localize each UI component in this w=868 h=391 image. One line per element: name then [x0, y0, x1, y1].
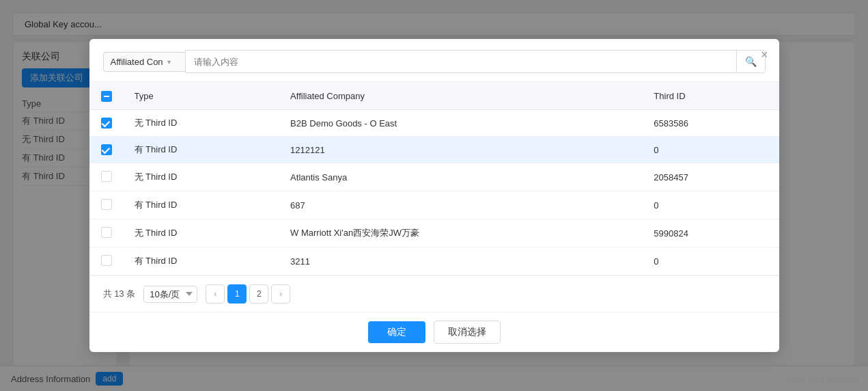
watermark: CSDN @@ 前端小白	[783, 374, 860, 386]
table-row: 无 Third IDB2B Demo Goods - O East6583586	[89, 110, 779, 137]
page-size-select[interactable]: 10条/页 20条/页 50条/页	[143, 286, 197, 303]
col-type: Type	[124, 82, 280, 110]
select-all-checkbox[interactable]	[100, 90, 113, 103]
cell-type: 有 Third ID	[124, 191, 280, 219]
col-affiliated-company: Affiliated Company	[279, 82, 643, 110]
row-checkbox-5[interactable]	[100, 254, 113, 267]
cell-third-id: 0	[643, 137, 779, 163]
cell-type: 无 Third ID	[124, 163, 280, 191]
page-2-button[interactable]: 2	[249, 284, 268, 304]
pagination-bar: 共 13 条 10条/页 20条/页 50条/页 ‹ 1 2 ›	[89, 275, 779, 312]
search-bar: Affiliated Con ▾ 🔍	[89, 39, 779, 82]
table-row: 无 Third IDAtlantis Sanya2058457	[89, 163, 779, 191]
row-checkbox-2[interactable]	[100, 170, 113, 183]
cell-type: 无 Third ID	[124, 110, 280, 137]
cell-affiliated-company: 3211	[279, 247, 643, 275]
cell-affiliated-company: 687	[279, 191, 643, 219]
chevron-down-icon: ▾	[167, 58, 171, 66]
cell-type: 有 Third ID	[124, 247, 280, 275]
row-checkbox-3[interactable]	[100, 198, 113, 211]
table-header-row: Type Affiliated Company Third ID	[89, 82, 779, 110]
search-type-label: Affiliated Con	[111, 57, 163, 67]
close-button[interactable]: ×	[761, 49, 768, 61]
cancel-selection-button[interactable]: 取消选择	[434, 321, 501, 344]
cell-type: 有 Third ID	[124, 137, 280, 163]
cell-third-id: 0	[643, 247, 779, 275]
table-row: 有 Third ID12121210	[89, 137, 779, 163]
modal-overlay: × Affiliated Con ▾ 🔍	[0, 0, 868, 391]
cell-third-id: 0	[643, 191, 779, 219]
row-checkbox-0[interactable]	[100, 117, 113, 129]
table-row: 有 Third ID32110	[89, 247, 779, 275]
table-row: 有 Third ID6870	[89, 191, 779, 219]
cell-affiliated-company: Atlantis Sanya	[279, 163, 643, 191]
page-1-button[interactable]: 1	[227, 284, 247, 304]
row-checkbox-1[interactable]	[100, 144, 113, 156]
table-container: Type Affiliated Company Third ID 无 Third…	[89, 82, 779, 275]
prev-page-button[interactable]: ‹	[206, 284, 225, 304]
action-footer: 确定 取消选择	[89, 312, 779, 352]
cell-third-id: 6583586	[643, 110, 779, 137]
search-icon: 🔍	[745, 56, 757, 67]
cell-affiliated-company: B2B Demo Goods - O East	[279, 110, 643, 137]
search-type-select[interactable]: Affiliated Con ▾	[103, 52, 185, 72]
confirm-button[interactable]: 确定	[368, 321, 425, 343]
cell-affiliated-company: W Marriott Xi'an西安海荣JW万豪	[279, 219, 643, 247]
modal-dialog: × Affiliated Con ▾ 🔍	[89, 39, 779, 352]
pagination: ‹ 1 2 ›	[206, 284, 290, 304]
data-table: Type Affiliated Company Third ID 无 Third…	[89, 82, 779, 275]
total-text: 共 13 条	[103, 288, 136, 300]
row-checkbox-4[interactable]	[100, 226, 113, 239]
cell-third-id: 5990824	[643, 219, 779, 247]
next-page-button[interactable]: ›	[271, 284, 290, 304]
search-input[interactable]	[185, 50, 736, 73]
cell-third-id: 2058457	[643, 163, 779, 191]
cell-affiliated-company: 1212121	[279, 137, 643, 163]
cell-type: 无 Third ID	[124, 219, 280, 247]
col-third-id: Third ID	[643, 82, 779, 110]
table-row: 无 Third IDW Marriott Xi'an西安海荣JW万豪599082…	[89, 219, 779, 247]
